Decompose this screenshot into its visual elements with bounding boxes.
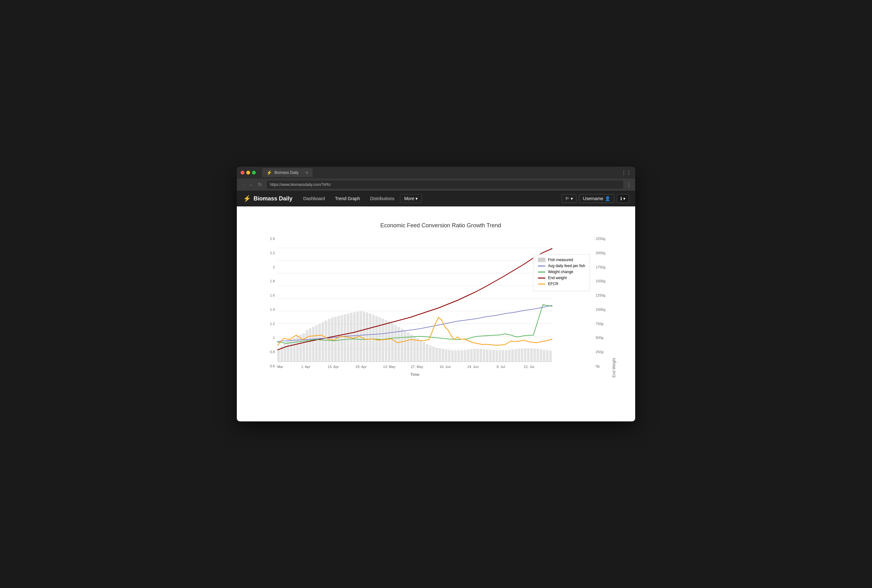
svg-rect-20 (309, 328, 311, 362)
legend-color-avg-daily (538, 266, 545, 267)
svg-rect-13 (287, 341, 289, 362)
svg-rect-44 (385, 320, 387, 362)
svg-rect-70 (467, 350, 470, 362)
y-tick-left-9: 2.4 (265, 237, 275, 241)
svg-rect-18 (303, 333, 305, 362)
svg-rect-81 (502, 350, 504, 362)
svg-rect-15 (293, 338, 296, 362)
svg-rect-22 (315, 325, 318, 362)
svg-rect-31 (344, 314, 346, 362)
chart-title: Economic Feed Conversion Ratio Growth Tr… (265, 222, 616, 229)
address-input[interactable] (267, 180, 623, 189)
minimize-light[interactable] (246, 171, 250, 174)
x-tick-8: 8. Jul (497, 365, 505, 369)
svg-rect-47 (394, 325, 397, 362)
nav-right: 🏳 ▾ Username 👤 ℹ ▾ (561, 194, 629, 203)
svg-rect-34 (353, 312, 356, 362)
fullscreen-light[interactable] (252, 171, 256, 174)
svg-rect-80 (498, 350, 501, 362)
nav-more-dropdown[interactable]: More ▾ (400, 194, 422, 203)
svg-rect-25 (325, 321, 327, 362)
username-button[interactable]: Username 👤 (579, 194, 615, 203)
nav-distributions[interactable]: Distributions (366, 194, 399, 203)
y-tick-right-3: 750g (596, 322, 610, 326)
legend-avg-daily: Avg daily feed per fish (538, 264, 585, 268)
svg-rect-56 (423, 342, 425, 362)
svg-rect-58 (429, 345, 432, 362)
svg-rect-52 (410, 334, 413, 362)
svg-rect-72 (473, 349, 476, 362)
close-light[interactable] (241, 171, 245, 174)
back-button[interactable]: ‹ (241, 182, 245, 188)
svg-rect-68 (461, 350, 463, 362)
svg-rect-89 (527, 348, 530, 362)
svg-rect-57 (426, 344, 428, 362)
tab-favicon: ⚡ (267, 170, 272, 175)
x-tick-0: 18. Mar (277, 365, 283, 369)
y-tick-right-9: 2250g (596, 237, 610, 241)
browser-options[interactable]: ⋮ (626, 182, 631, 188)
tab-area: ⚡ Biomass Daily ✕ (262, 168, 619, 177)
forward-button[interactable]: › (249, 182, 253, 188)
y-axis-left: 0.6 0.8 1 1.2 1.4 1.6 1.8 2 2.2 2.4 (265, 235, 275, 378)
y-tick-right-2: 500g (596, 336, 610, 339)
svg-rect-84 (511, 350, 514, 362)
y-tick-right-6: 1500g (596, 279, 610, 283)
y-tick-left-4: 1.4 (265, 308, 275, 311)
svg-rect-23 (318, 324, 321, 362)
svg-rect-87 (521, 349, 523, 362)
legend-label-weight-change: Weight change (548, 270, 573, 274)
x-tick-4: 13. May (383, 365, 396, 369)
svg-rect-33 (350, 313, 353, 362)
svg-rect-74 (480, 349, 482, 362)
browser-tab[interactable]: ⚡ Biomass Daily ✕ (262, 168, 313, 177)
y-tick-left-6: 1.8 (265, 279, 275, 283)
window-menu-dots[interactable]: ⋮⋮ (621, 170, 631, 176)
brand-logo: ⚡ Biomass Daily (243, 195, 293, 202)
svg-rect-19 (306, 330, 308, 362)
nav-dashboard[interactable]: Dashboard (299, 194, 329, 203)
svg-rect-66 (454, 350, 457, 362)
svg-rect-92 (537, 349, 539, 362)
svg-rect-71 (470, 350, 473, 362)
y-tick-left-7: 2 (265, 265, 275, 269)
info-button[interactable]: ℹ ▾ (617, 194, 629, 203)
legend-color-efcr (538, 284, 545, 285)
svg-rect-91 (533, 349, 536, 362)
flag-button[interactable]: 🏳 ▾ (561, 194, 576, 203)
svg-rect-10 (277, 349, 280, 362)
x-tick-9: 22. Jul (524, 365, 534, 369)
svg-rect-90 (530, 348, 533, 362)
svg-rect-82 (505, 350, 507, 362)
chart-wrap: 0.6 0.8 1 1.2 1.4 1.6 1.8 2 2.2 2.4 (265, 235, 616, 378)
x-tick-1: 1. Apr (301, 365, 311, 369)
nav-trend-graph[interactable]: Trend Graph (331, 194, 365, 203)
svg-chart-area: 18. Mar 1. Apr 15. Apr 29. Apr 13. May 2… (277, 235, 593, 378)
svg-rect-40 (372, 315, 375, 362)
y-tick-left-3: 1.2 (265, 322, 275, 326)
svg-rect-75 (483, 350, 485, 362)
svg-rect-49 (401, 329, 403, 362)
y-tick-left-0: 0.6 (265, 364, 275, 368)
legend-color-fish (538, 258, 545, 262)
svg-rect-78 (492, 350, 495, 362)
nav-links: Dashboard Trend Graph Distributions More… (299, 194, 561, 203)
chart-container: Economic Feed Conversion Ratio Growth Tr… (246, 216, 626, 396)
browser-window: ⚡ Biomass Daily ✕ ⋮⋮ ‹ › ↻ ⋮ ⚡ Biomass D… (237, 166, 635, 422)
svg-rect-38 (366, 312, 368, 362)
svg-rect-60 (435, 348, 438, 362)
svg-rect-76 (486, 350, 488, 362)
tab-close-button[interactable]: ✕ (305, 171, 308, 175)
x-tick-5: 27. May (411, 365, 423, 369)
legend-label-end-weight: End weight (548, 276, 567, 280)
svg-rect-30 (341, 315, 343, 362)
username-label: Username (583, 196, 603, 201)
reload-button[interactable]: ↻ (257, 181, 264, 188)
traffic-lights (241, 171, 256, 174)
legend-label-efcr: EFCR (548, 282, 558, 286)
svg-rect-61 (438, 348, 441, 362)
y-tick-right-0: 0g (596, 364, 610, 368)
tab-label: Biomass Daily (275, 170, 299, 175)
y-axis-right-label: End Weight (612, 235, 616, 378)
title-bar: ⚡ Biomass Daily ✕ ⋮⋮ (237, 166, 635, 178)
